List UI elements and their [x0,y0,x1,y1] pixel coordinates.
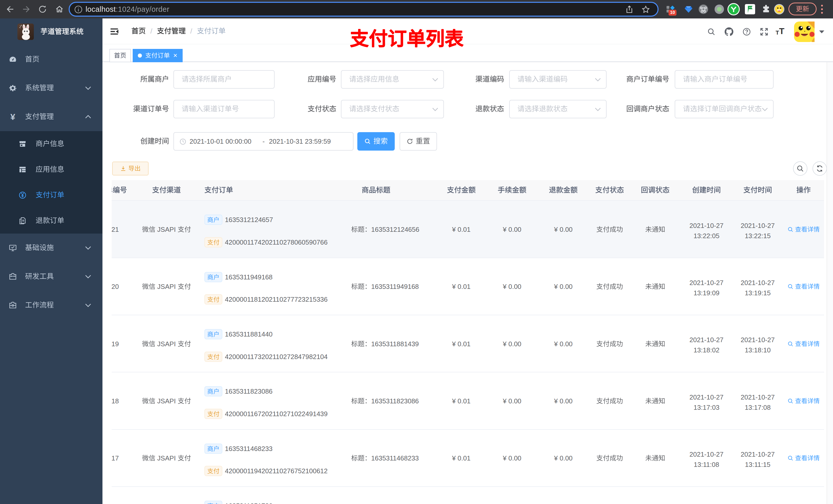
tag-home[interactable] [110,49,131,62]
cell-id: 117 [112,453,119,463]
top-navbar: // TT [102,19,833,44]
browser-reload-button[interactable] [38,5,47,14]
search-icon [796,165,804,172]
breadcrumb-home[interactable] [132,19,146,44]
view-detail-search-icon [787,455,793,461]
url-bar[interactable]: localhost:1024/pay/order [69,2,659,17]
col-header-id[interactable] [112,186,127,194]
view-detail-link[interactable] [787,340,820,347]
filter-input-渠道编码[interactable] [509,70,606,89]
filter-label-退款状态 [427,100,504,118]
view-detail-link[interactable] [787,283,820,290]
sidebar-item-首页[interactable] [0,45,102,74]
toolbar-search-toggle-button[interactable] [793,161,807,176]
sidebar-item-支付管理[interactable]: ¥ [0,102,102,131]
cell-channel: JSAPI [142,453,191,463]
cell-subject: 1635311823086 [351,396,419,406]
sidebar-item-系统管理[interactable] [0,74,102,102]
sidebar-subitem-支付订单[interactable] [0,182,102,208]
cell-pay-status [596,453,623,463]
filter-select-退款状态[interactable] [509,100,606,118]
page-scrollbar-gutter[interactable] [827,62,833,504]
sidebar-item-label [25,291,54,320]
extension-icon-green-dot[interactable] [713,3,725,15]
sidebar-item-基础设施[interactable] [0,234,102,262]
view-detail-link[interactable] [787,226,820,233]
col-header-actions[interactable] [796,186,811,194]
sidebar-item-工作流程[interactable] [0,291,102,320]
sidebar-collapse-icon[interactable] [110,27,119,36]
avatar-caret-down-icon[interactable] [819,30,825,34]
refresh-icon [816,165,824,172]
cell-pay-status [596,396,623,406]
date-start-value[interactable]: 2021-10-01 00:00:00 [190,133,251,150]
extension-icon-blue-diamond[interactable]: 10 [664,3,677,15]
header-search-icon[interactable] [707,27,716,36]
extension-icon-command[interactable] [697,3,710,15]
extension-icon-gem[interactable] [682,3,695,15]
cell-subject: 1635312124656 [351,224,419,235]
col-header-fee[interactable] [498,186,526,194]
cell-create-date: 2021-10-27 [690,392,723,402]
browser-back-button[interactable] [6,5,15,14]
font-size-icon[interactable]: TT [776,27,787,36]
fullscreen-icon[interactable] [760,27,768,36]
filter-date-range[interactable]: 2021-10-01 00:00:00 - 2021-10-31 23:59:5… [173,132,354,150]
date-end-value[interactable]: 2021-10-31 23:59:59 [269,133,331,150]
cell-pay-time: 13:17:08 [745,402,770,413]
browser-home-button[interactable] [55,5,64,14]
view-detail-label [795,340,820,347]
table-row: 1635311351736 [112,487,824,504]
col-header-amount[interactable] [447,186,476,194]
col-header-pay-time[interactable] [743,186,772,194]
breadcrumb-pay-manage[interactable] [157,19,186,44]
date-range-separator: - [257,133,270,150]
filter-input-商户订单编号[interactable] [675,70,774,89]
browser-menu-dots-icon[interactable] [819,4,825,15]
extension-icon-y-circle[interactable] [728,3,740,15]
github-icon[interactable] [724,27,733,36]
site-info-icon[interactable] [74,5,83,14]
channel-order-tag [205,294,222,305]
export-button[interactable] [112,162,148,175]
cell-create-time: 13:18:02 [693,345,719,355]
reset-button[interactable] [400,132,437,150]
browser-update-button[interactable] [788,3,817,15]
tag-pay-order[interactable] [133,49,183,62]
col-header-create-time[interactable] [692,186,721,194]
sidebar-subitem-商户信息[interactable] [0,131,102,157]
cell-subject: 1635311949168 [351,282,419,292]
col-header-notify[interactable] [641,186,670,194]
chevron-down-icon [85,86,91,90]
col-header-pay-order[interactable] [205,186,233,194]
profile-avatar-emoji[interactable] [773,3,785,15]
toolbar-refresh-button[interactable] [812,161,827,176]
cell-merchant-order-no: 1635311351736 [225,501,272,504]
search-button[interactable] [357,132,395,150]
merchant-order-tag [205,501,222,504]
extension-icon-flag[interactable] [744,3,756,15]
cell-create-date: 2021-10-27 [690,220,723,231]
col-header-refund[interactable] [549,186,578,194]
col-header-status[interactable] [595,186,624,194]
tag-close-icon[interactable] [173,53,177,57]
sidebar-subitem-退款订单[interactable] [0,208,102,234]
help-icon[interactable] [742,27,751,36]
view-detail-link[interactable] [787,398,820,405]
filter-select-回调商户状态[interactable] [675,100,774,118]
extensions-puzzle-icon[interactable] [760,3,772,15]
sidebar-item-研发工具[interactable] [0,262,102,291]
share-icon[interactable] [625,5,634,14]
user-avatar-pikachu[interactable] [794,22,814,42]
col-header-subject[interactable] [362,186,390,194]
bookmark-star-icon[interactable] [641,5,650,14]
dashboard-gauge-icon [9,55,17,64]
browser-forward-button[interactable] [22,5,31,14]
search-icon [364,138,371,145]
breadcrumb-separator: / [150,19,152,44]
view-detail-link[interactable] [787,455,820,462]
sidebar-subitem-应用信息[interactable] [0,157,102,182]
sidebar-item-label [35,208,64,234]
channel-order-tag [205,352,222,362]
col-header-channel[interactable] [152,186,181,194]
